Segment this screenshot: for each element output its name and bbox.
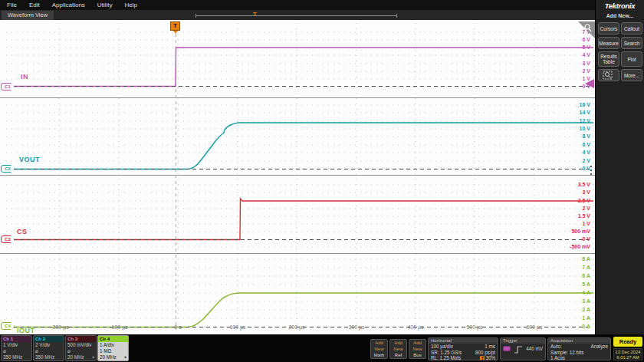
pointer-icon: ➤ — [89, 354, 96, 360]
ch3-scale-label: -500 mV — [570, 244, 590, 250]
ch2-scale-label: 4 V — [582, 150, 590, 156]
ch4-scale-label: 8 A — [582, 256, 590, 262]
ch2-scale-label: 12 V — [580, 118, 590, 124]
menu-applications[interactable]: Applications — [52, 2, 85, 8]
ch1-name-label: IN — [21, 73, 28, 81]
ch2-scale-label: 8 V — [582, 133, 590, 140]
ch2-scale-label: 2 V — [582, 158, 590, 164]
add-new-heading: Add New... — [596, 13, 644, 18]
band-resize-handle[interactable] — [590, 166, 592, 175]
zoom-mode-button[interactable] — [598, 69, 619, 81]
ch4-name-label: IOUT — [17, 327, 35, 334]
cursors-button[interactable]: Cursors — [598, 22, 619, 35]
acquisition-badge-title: Acquisition — [548, 338, 610, 344]
callout-button[interactable]: Callout — [621, 22, 642, 35]
sample-rate: SR: 1.25 GS/s — [431, 350, 462, 356]
plot-button[interactable]: Plot — [621, 51, 642, 67]
horizontal-window: 1 ms — [485, 344, 495, 350]
menu-help[interactable]: Help — [124, 2, 136, 8]
probe-icon: ⌀ — [66, 348, 96, 354]
ch4-bandwidth: 20 MHz➤ — [98, 354, 128, 360]
ch3-bandwidth: 20 MHz➤ — [66, 354, 96, 360]
ch3-scale-label: 3 V — [582, 189, 590, 196]
ch3-scale-label: 1.5 V — [578, 213, 590, 219]
trigger-level-value: 440 mV — [526, 346, 543, 354]
ch1-scale-label: 0 V — [582, 84, 590, 90]
probe-icon: ⌀ — [34, 348, 64, 354]
ch4-scale-label: 6 A — [582, 273, 590, 279]
time-label: 300 µs — [337, 324, 376, 330]
ch1-scale-label: 1 V — [582, 76, 590, 82]
time-value: 6:01:27 AM — [614, 355, 642, 360]
resolution: 800 ps/pt — [475, 350, 495, 356]
ch2-badge-title: Ch 2 — [34, 336, 64, 342]
zoom-mode-icon — [603, 71, 615, 80]
trigger-position-marker[interactable]: T — [253, 12, 257, 18]
acq-analyze-link[interactable]: Analyze — [591, 344, 608, 350]
time-label: 0 s — [159, 324, 197, 330]
ch2-scale-label: 0 V — [582, 166, 590, 172]
ch2-badge[interactable]: Ch 2 2 V/div ⌀ 350 MHz — [33, 335, 64, 361]
trigger-flag-stem — [173, 31, 178, 34]
acq-sample-bits: Sample: 12 bits — [550, 350, 583, 356]
trace-ch1-in — [6, 48, 593, 87]
ch2-scale-label: 10 V — [580, 126, 590, 132]
trace-ch3-cs — [6, 199, 593, 240]
add-new-ref-button[interactable]: AddNewRef — [389, 339, 407, 359]
ch3-badge-title: Ch 3 — [66, 336, 96, 342]
ch3-scale-label: 0 V — [582, 236, 590, 242]
menu-file[interactable]: File — [7, 2, 17, 8]
time-label: -100 µs — [100, 324, 138, 330]
horizontal-badge[interactable]: Horizontal 100 µs/div1 ms SR: 1.25 GS/s8… — [428, 337, 498, 360]
more-button[interactable]: More... — [621, 69, 642, 81]
ch3-scale-label: 2 V — [582, 206, 590, 212]
ready-status-badge: Ready — [613, 337, 642, 347]
time-label: 200 µs — [278, 324, 316, 330]
record-length: RL: 1.25 Mpts — [431, 355, 461, 360]
menu-utility[interactable]: Utility — [97, 2, 113, 8]
trigger-badge[interactable]: Trigger 440 mV — [500, 337, 546, 360]
side-panel: Tektronix Add New... Cursors Callout Mea… — [595, 0, 644, 334]
menu-bar: File Edit Applications Utility Help — [0, 0, 595, 10]
ch1-bandwidth: 350 MHz — [2, 354, 31, 360]
menu-edit[interactable]: Edit — [29, 2, 40, 8]
tab-waveform-view[interactable]: Waveform View — [2, 11, 54, 20]
results-table-button[interactable]: Results Table — [598, 51, 619, 67]
time-label: 100 µs — [219, 324, 257, 330]
horizontal-scale: 100 µs/div — [431, 344, 453, 350]
ch2-scale-label: 14 V — [580, 110, 590, 116]
ch2-name-label: VOUT — [19, 156, 40, 163]
ch4-scale-label: 1 A — [582, 315, 590, 321]
add-new-math-button[interactable]: AddNewMath — [370, 339, 388, 359]
add-new-bus-button[interactable]: AddNewBus — [409, 339, 426, 359]
ch4-scale-label: 4 A — [582, 290, 590, 296]
ch1-scale-label: 4 V — [582, 52, 590, 58]
rising-edge-icon — [514, 346, 523, 354]
trigger-flag[interactable]: T — [170, 21, 180, 31]
datetime-display: 13 Dec 2024 6:01:27 AM — [613, 348, 642, 360]
date-value: 13 Dec 2024 — [614, 350, 642, 355]
measure-button[interactable]: Measure — [598, 37, 619, 49]
ch3-scale-label: 500 mV — [571, 229, 590, 235]
acquisition-badge[interactable]: Acquisition Auto:Analyze Sample: 12 bits… — [547, 337, 611, 360]
time-label: 600 µs — [515, 324, 554, 330]
ch3-scale: 500 mV/div — [66, 342, 96, 348]
ch4-badge-selected[interactable]: Ch 4 1 A/div 1 MΩ 20 MHz➤ — [97, 335, 129, 361]
search-button[interactable]: Search — [621, 37, 642, 49]
ch4-termination: 1 MΩ — [98, 348, 128, 354]
horizontal-badge-title: Horizontal — [429, 338, 498, 344]
tektronix-logo: Tektronix — [596, 2, 644, 10]
ch3-badge[interactable]: Ch 3 500 mV/div ⌀ 20 MHz➤ — [65, 335, 97, 361]
waveform-graticule[interactable]: 7 V 6 V 5 V 4 V 3 V 2 V 1 V 0 V 16 V 14 … — [0, 20, 595, 334]
ch1-badge[interactable]: Ch 1 1 V/div ⌀ 350 MHz — [1, 335, 32, 361]
record-view-line — [196, 15, 396, 16]
trigger-source-icon — [503, 346, 511, 351]
trigger-position-value: T30% — [480, 355, 495, 360]
pointer-icon: ➤ — [121, 354, 128, 360]
ch3-name-label: CS — [17, 228, 28, 235]
time-label: 400 µs — [396, 324, 435, 330]
horizontal-position-indicator[interactable]: T — [196, 14, 397, 18]
ch4-scale-label: 5 A — [582, 281, 590, 288]
grid-vertical — [59, 23, 593, 325]
trigger-position-icon: T — [480, 356, 485, 360]
